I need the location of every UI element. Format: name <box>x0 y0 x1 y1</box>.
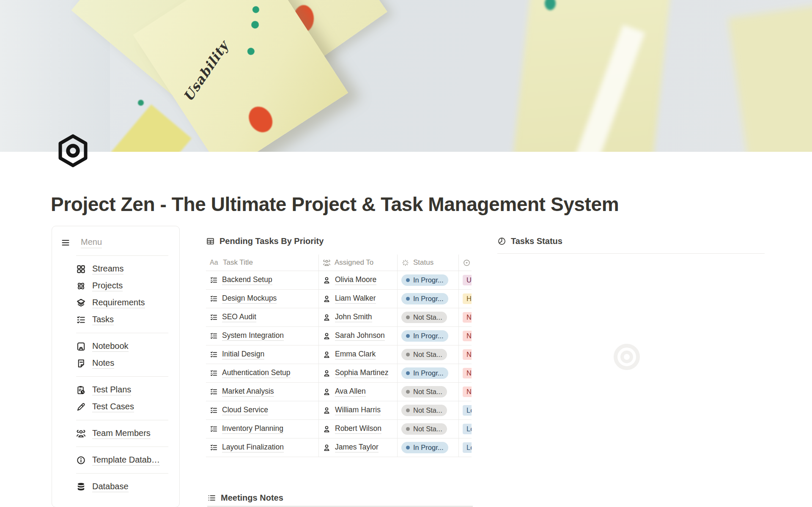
priority-badge[interactable]: Low <box>463 405 472 416</box>
status-badge[interactable]: In Progr... <box>401 274 448 286</box>
task-cell[interactable]: Authentication Setup <box>206 364 318 382</box>
task-title-link[interactable]: Initial Design <box>222 350 264 359</box>
priority-cell[interactable]: High <box>458 290 472 308</box>
column-header-0[interactable]: AaTask Title <box>206 255 318 271</box>
status-cell[interactable]: In Progr... <box>397 438 458 457</box>
status-cell[interactable]: Not Sta... <box>397 308 458 326</box>
status-cell[interactable]: In Progr... <box>397 271 458 289</box>
priority-cell[interactable]: Urgent <box>458 271 472 289</box>
assignee-link[interactable]: Liam Walker <box>335 294 376 304</box>
priority-cell[interactable]: Normal <box>458 364 472 382</box>
status-badge[interactable]: In Progr... <box>401 293 448 304</box>
assignee-link[interactable]: James Taylor <box>335 443 379 452</box>
assignee-link[interactable]: Ava Allen <box>335 387 366 397</box>
task-title-link[interactable]: Cloud Service <box>222 406 268 415</box>
priority-badge[interactable]: Low <box>463 442 472 453</box>
assignee-cell[interactable]: Robert Wilson <box>318 420 397 438</box>
assignee-cell[interactable]: Emma Clark <box>318 345 397 364</box>
status-badge[interactable]: Not Sta... <box>401 423 447 435</box>
meetings-notes-heading[interactable]: Meetings Notes <box>207 492 473 504</box>
menu-item-notes[interactable]: Notes <box>52 355 179 372</box>
assignee-cell[interactable]: Sophia Martinez <box>318 364 397 382</box>
task-title-link[interactable]: Design Mockups <box>222 294 277 304</box>
status-badge[interactable]: In Progr... <box>401 367 448 379</box>
assignee-cell[interactable]: Olivia Moore <box>318 271 397 289</box>
assignee-cell[interactable]: William Harris <box>318 401 397 419</box>
assignee-link[interactable]: Sarah Johnson <box>335 331 385 341</box>
task-cell[interactable]: Design Mockups <box>206 290 318 308</box>
task-title-link[interactable]: Inventory Planning <box>222 424 283 434</box>
assignee-link[interactable]: John Smith <box>335 312 372 322</box>
assignee-cell[interactable]: James Taylor <box>318 438 397 457</box>
menu-item-template-datab[interactable]: Template Datab… <box>52 452 179 469</box>
status-cell[interactable]: Not Sta... <box>397 420 458 438</box>
menu-item-test-plans[interactable]: Test Plans <box>52 381 179 398</box>
menu-item-team-members[interactable]: Team Members <box>52 425 179 442</box>
priority-cell[interactable]: Normal <box>458 308 472 326</box>
status-cell[interactable]: Not Sta... <box>397 345 458 364</box>
tasks-status-heading[interactable]: Tasks Status <box>497 235 765 247</box>
task-cell[interactable]: Layout Finalization <box>206 438 318 457</box>
status-badge[interactable]: Not Sta... <box>401 349 447 360</box>
status-cell[interactable]: Not Sta... <box>397 383 458 401</box>
pending-tasks-heading[interactable]: Pending Tasks By Priority <box>206 235 473 247</box>
task-title-link[interactable]: System Integration <box>222 331 284 341</box>
assignee-link[interactable]: Sophia Martinez <box>335 368 388 378</box>
task-title-link[interactable]: Layout Finalization <box>222 443 284 452</box>
priority-badge[interactable]: Normal <box>463 331 472 341</box>
task-cell[interactable]: System Integration <box>206 327 318 345</box>
menu-item-database[interactable]: Database <box>52 478 179 495</box>
task-cell[interactable]: Inventory Planning <box>206 420 318 438</box>
task-title-link[interactable]: Market Analysis <box>222 387 274 397</box>
priority-cell[interactable]: Low <box>458 401 472 419</box>
priority-cell[interactable]: Normal <box>458 327 472 345</box>
task-title-link[interactable]: Backend Setup <box>222 275 272 285</box>
menu-item-projects[interactable]: Projects <box>52 277 179 294</box>
status-badge[interactable]: In Progr... <box>401 442 448 453</box>
priority-badge[interactable]: High <box>463 293 472 304</box>
status-badge[interactable]: In Progr... <box>401 330 448 342</box>
priority-badge[interactable]: Normal <box>463 312 472 323</box>
priority-badge[interactable]: Normal <box>463 349 472 360</box>
task-cell[interactable]: SEO Audit <box>206 308 318 326</box>
assignee-link[interactable]: William Harris <box>335 406 381 415</box>
status-badge[interactable]: Not Sta... <box>401 386 447 397</box>
assignee-cell[interactable]: Sarah Johnson <box>318 327 397 345</box>
task-cell[interactable]: Cloud Service <box>206 401 318 419</box>
assignee-cell[interactable]: Ava Allen <box>318 383 397 401</box>
status-badge[interactable]: Not Sta... <box>401 405 447 416</box>
menu-title[interactable]: Menu <box>81 237 102 248</box>
menu-item-notebook[interactable]: Notebook <box>52 338 179 355</box>
task-cell[interactable]: Backend Setup <box>206 271 318 289</box>
task-title-link[interactable]: Authentication Setup <box>222 368 291 378</box>
priority-badge[interactable]: Normal <box>463 368 472 378</box>
task-title-link[interactable]: SEO Audit <box>222 312 256 322</box>
column-header-1[interactable]: Assigned To <box>318 255 397 271</box>
status-cell[interactable]: Not Sta... <box>397 401 458 419</box>
assignee-link[interactable]: Robert Wilson <box>335 424 381 434</box>
status-cell[interactable]: In Progr... <box>397 364 458 382</box>
status-cell[interactable]: In Progr... <box>397 290 458 308</box>
menu-item-tasks[interactable]: Tasks <box>52 311 179 328</box>
status-badge[interactable]: Not Sta... <box>401 312 447 323</box>
priority-badge[interactable]: Urgent <box>463 275 472 285</box>
priority-badge[interactable]: Low <box>463 424 472 434</box>
status-cell[interactable]: In Progr... <box>397 327 458 345</box>
priority-cell[interactable]: Normal <box>458 383 472 401</box>
assignee-link[interactable]: Olivia Moore <box>335 275 376 285</box>
menu-item-streams[interactable]: Streams <box>52 260 179 277</box>
menu-item-requirements[interactable]: Requirements <box>52 294 179 311</box>
column-header-3[interactable] <box>458 255 472 271</box>
assignee-link[interactable]: Emma Clark <box>335 350 376 359</box>
priority-cell[interactable]: Normal <box>458 345 472 364</box>
assignee-cell[interactable]: Liam Walker <box>318 290 397 308</box>
assignee-cell[interactable]: John Smith <box>318 308 397 326</box>
task-cell[interactable]: Initial Design <box>206 345 318 364</box>
menu-item-test-cases[interactable]: Test Cases <box>52 398 179 415</box>
priority-badge[interactable]: Normal <box>463 386 472 397</box>
column-header-2[interactable]: Status <box>397 255 458 271</box>
task-cell[interactable]: Market Analysis <box>206 383 318 401</box>
page-logo-icon[interactable] <box>56 134 90 168</box>
priority-cell[interactable]: Low <box>458 420 472 438</box>
priority-cell[interactable]: Low <box>458 438 472 457</box>
